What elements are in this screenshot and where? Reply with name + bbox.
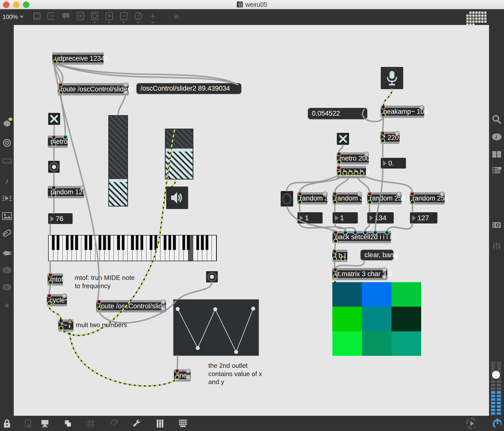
piano-key-black[interactable]	[131, 235, 134, 250]
wrench-icon[interactable]	[132, 419, 142, 429]
inlet-cold[interactable]	[62, 293, 67, 298]
inlet-hot[interactable]	[410, 192, 415, 196]
zoom-level-control[interactable]: 100%	[2, 13, 24, 20]
jit-matrix[interactable]: jit.matrix 3 char 3 3	[332, 268, 387, 278]
outlet-sig[interactable]	[381, 113, 386, 117]
piano-key-black[interactable]	[71, 235, 74, 250]
button-2[interactable]	[206, 271, 218, 282]
outlet-sig[interactable]	[297, 200, 302, 205]
random-3a[interactable]: random 3	[297, 192, 327, 204]
button-3[interactable]	[281, 191, 293, 207]
plug-icon[interactable]	[2, 248, 12, 258]
layers-icon[interactable]	[63, 419, 73, 429]
snapshot-icon[interactable]	[492, 220, 502, 230]
outlet-sig[interactable]	[354, 171, 359, 176]
inlet-hot[interactable]	[297, 192, 302, 196]
inlet-hot[interactable]	[332, 249, 337, 254]
num-127[interactable]: 127	[410, 212, 437, 223]
inlet-blue[interactable]	[384, 230, 389, 235]
outlet-sig[interactable]	[53, 59, 57, 64]
inlet-cold[interactable]	[419, 105, 424, 110]
num-1a[interactable]: 1	[297, 212, 323, 223]
piano-key-black[interactable]	[150, 235, 153, 250]
paperclip-add-icon[interactable]	[109, 419, 119, 429]
outlet-sig[interactable]	[48, 280, 53, 285]
number-box-icon[interactable]	[118, 10, 129, 21]
trigger-bl[interactable]: t b l	[332, 250, 347, 260]
outlet-sig[interactable]	[337, 171, 341, 176]
buffer-icon[interactable]: b	[2, 282, 12, 292]
outlet-sig[interactable]	[348, 171, 353, 176]
peakamp[interactable]: peakamp~ 100	[381, 106, 424, 117]
inlet-hot[interactable]	[333, 192, 337, 196]
inlet-cold[interactable]	[186, 369, 190, 373]
chevron-down-icon[interactable]	[151, 22, 154, 24]
inlet-cold[interactable]	[323, 192, 327, 196]
mixer-icon[interactable]	[492, 241, 502, 251]
times-sig[interactable]: *~	[58, 319, 73, 330]
info-icon[interactable]: i	[492, 132, 502, 142]
outlet-sig[interactable]	[58, 90, 63, 95]
object-palette-grid-icon[interactable]	[466, 11, 487, 26]
inlet-hot[interactable]	[59, 319, 63, 323]
toggle-1[interactable]	[48, 113, 60, 125]
msg-clear-bang[interactable]: clear, bang	[361, 250, 393, 260]
inlet-hot[interactable]	[381, 105, 386, 110]
message-box-icon[interactable]: m	[46, 10, 57, 21]
outlet-sig[interactable]	[333, 274, 338, 279]
playbar-dial-icon[interactable]	[465, 419, 475, 429]
inlet-hot[interactable]	[47, 293, 52, 298]
outlet-sig[interactable]	[337, 160, 341, 164]
mic[interactable]	[381, 67, 403, 89]
piano-key-black[interactable]	[75, 235, 78, 250]
msg-slider2-value[interactable]: /oscControl/slider2 89.439034	[136, 83, 241, 94]
button-1[interactable]	[48, 161, 60, 173]
inlet-cold[interactable]	[382, 267, 387, 272]
outlet-sig[interactable]	[47, 301, 52, 306]
search-icon[interactable]	[492, 114, 502, 124]
keyboard-icon[interactable]	[178, 419, 188, 429]
inlet-hot[interactable]	[333, 230, 338, 235]
target-icon[interactable]	[2, 138, 12, 148]
inlet-blue[interactable]	[353, 230, 358, 235]
inlet-hot[interactable]	[51, 185, 56, 190]
audio-power-icon[interactable]	[492, 419, 502, 429]
msg-float[interactable]: 0.054522	[308, 108, 367, 119]
outlet-sig[interactable]	[341, 256, 346, 261]
chevron-down-icon[interactable]	[122, 22, 126, 24]
video-browser-icon[interactable]	[2, 194, 12, 204]
inlet-blue[interactable]	[63, 135, 68, 140]
paint-bucket-icon[interactable]	[172, 11, 183, 22]
outlet-sig[interactable]	[410, 200, 415, 205]
piano-key-black[interactable]	[140, 235, 143, 250]
outlet-sig[interactable]	[333, 200, 337, 205]
cycle[interactable]: cycle~	[47, 294, 67, 305]
mtof[interactable]: mtof	[48, 273, 63, 284]
outlet-sig[interactable]	[332, 256, 337, 261]
jit-pwindow[interactable]	[332, 282, 421, 356]
inlet-cold[interactable]	[397, 192, 401, 196]
route-slider1[interactable]: route /oscControl/slider1	[58, 83, 128, 94]
piano-icon[interactable]	[155, 419, 165, 429]
line-sig[interactable]: line~	[174, 369, 191, 379]
inlet-cold[interactable]	[161, 299, 165, 304]
dial-icon[interactable]	[133, 10, 144, 21]
outlet-sig[interactable]	[380, 138, 385, 143]
inlet-hot[interactable]	[333, 267, 338, 272]
comment-icon[interactable]	[60, 10, 71, 21]
inlet-cold[interactable]	[123, 82, 128, 87]
piano-key-black[interactable]	[182, 235, 185, 250]
inlet-cold[interactable]	[395, 131, 399, 136]
inlet-hot[interactable]	[68, 319, 72, 323]
inlet-hot[interactable]	[97, 299, 102, 304]
slider-knob[interactable]	[109, 179, 127, 182]
piano-key-black[interactable]	[122, 235, 125, 250]
piano-key-black[interactable]	[52, 235, 55, 250]
piano-key-black[interactable]	[173, 235, 176, 250]
outlet-sig[interactable]	[367, 200, 372, 205]
slider-2[interactable]	[165, 129, 193, 180]
piano-key-black[interactable]	[108, 235, 111, 250]
playbar-icon[interactable]	[104, 10, 115, 21]
random-256b[interactable]: random 256	[410, 192, 445, 204]
attachments-icon[interactable]	[2, 229, 12, 239]
